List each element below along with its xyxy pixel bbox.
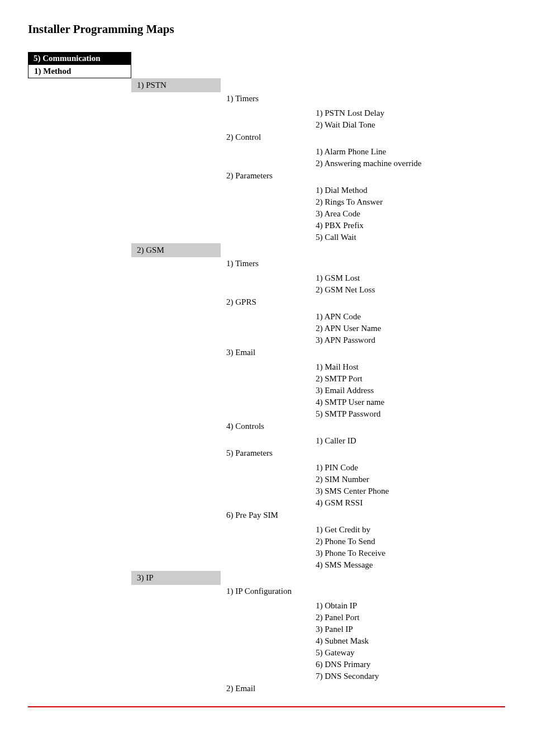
ip-config-item: 1) Obtain IP (310, 600, 505, 612)
gsm-prepay-item: 3) Phone To Receive (310, 547, 505, 559)
ip-config-item: 4) Subnet Mask (310, 635, 505, 647)
ip-email: 2) Email (221, 682, 505, 695)
pstn-control-item: 2) Answering machine override (310, 158, 505, 169)
ip-config-item: 6) DNS Primary (310, 659, 505, 670)
pstn-control: 2) Control (221, 131, 505, 144)
ip-config-item: 7) DNS Secondary (310, 670, 505, 682)
gsm-controls-item: 1) Caller ID (310, 435, 505, 447)
ip-configuration: 1) IP Configuration (221, 585, 505, 598)
gsm-email-item: 2) SMTP Port (310, 373, 505, 385)
header-method: 1) Method (28, 65, 131, 78)
pstn-control-item: 1) Alarm Phone Line (310, 146, 505, 158)
gsm-timers-item: 1) GSM Lost (310, 272, 505, 284)
footer-divider (28, 706, 505, 707)
gsm-prepay-item: 1) Get Credit by (310, 524, 505, 536)
gsm-email-item: 3) Email Address (310, 385, 505, 396)
gsm-parameters: 5) Parameters (221, 447, 505, 460)
gsm-timers: 1) Timers (221, 257, 505, 270)
gsm-controls: 4) Controls (221, 420, 505, 433)
pstn-timers: 1) Timers (221, 92, 505, 105)
programming-map: 5) Communication 1) Method 1) PSTN 1) Ti… (28, 52, 505, 695)
ip-config-item: 2) Panel Port (310, 612, 505, 623)
gsm-parameters-item: 1) PIN Code (310, 462, 505, 474)
section-pstn: 1) PSTN (131, 78, 221, 92)
gsm-email: 3) Email (221, 346, 505, 359)
header-communication: 5) Communication (28, 52, 131, 65)
gsm-prepay: 6) Pre Pay SIM (221, 509, 505, 522)
page-title: Installer Programming Maps (28, 22, 505, 36)
gsm-gprs: 2) GPRS (221, 296, 505, 309)
gsm-email-item: 5) SMTP Password (310, 408, 505, 420)
section-gsm: 2) GSM (131, 243, 221, 257)
gsm-email-item: 4) SMTP User name (310, 396, 505, 408)
pstn-timers-item: 2) Wait Dial Tone (310, 119, 505, 131)
ip-config-item: 3) Panel IP (310, 623, 505, 635)
pstn-parameters-item: 5) Call Wait (310, 231, 505, 243)
pstn-parameters-item: 2) Rings To Answer (310, 196, 505, 208)
pstn-parameters-item: 3) Area Code (310, 208, 505, 220)
gsm-parameters-item: 4) GSM RSSI (310, 497, 505, 509)
ip-config-item: 5) Gateway (310, 647, 505, 659)
pstn-parameters-item: 4) PBX Prefix (310, 220, 505, 231)
gsm-gprs-item: 2) APN User Name (310, 323, 505, 334)
section-ip: 3) IP (131, 571, 221, 585)
gsm-parameters-item: 2) SIM Number (310, 474, 505, 485)
pstn-timers-item: 1) PSTN Lost Delay (310, 107, 505, 119)
gsm-parameters-item: 3) SMS Center Phone (310, 485, 505, 497)
gsm-prepay-item: 4) SMS Message (310, 559, 505, 571)
gsm-email-item: 1) Mail Host (310, 361, 505, 373)
pstn-parameters: 2) Parameters (221, 169, 505, 182)
gsm-timers-item: 2) GSM Net Loss (310, 284, 505, 296)
pstn-parameters-item: 1) Dial Method (310, 185, 505, 196)
gsm-gprs-item: 3) APN Password (310, 334, 505, 346)
gsm-prepay-item: 2) Phone To Send (310, 536, 505, 547)
gsm-gprs-item: 1) APN Code (310, 311, 505, 323)
